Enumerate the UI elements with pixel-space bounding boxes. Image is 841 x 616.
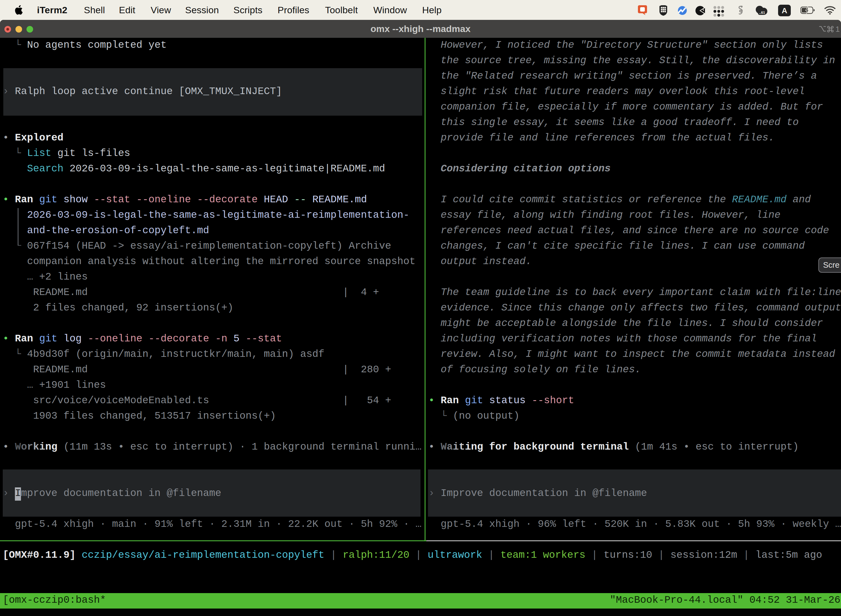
svg-text:..61: ..61 (759, 10, 765, 15)
svg-text:A: A (782, 6, 787, 15)
svg-text:1: 1 (835, 25, 840, 34)
